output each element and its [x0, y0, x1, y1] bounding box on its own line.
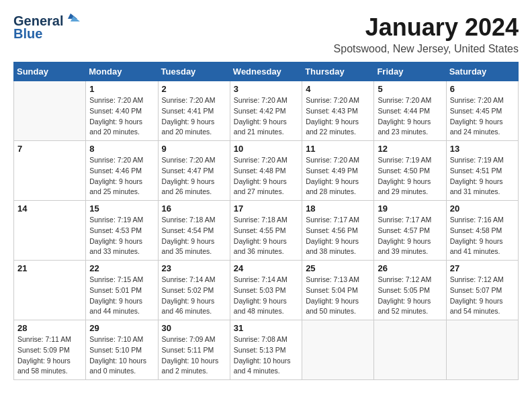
location: Spotswood, New Jersey, United States — [334, 43, 519, 55]
day-number: 27 — [450, 263, 515, 273]
table-row: 4Sunrise: 7:20 AMSunset: 4:43 PMDaylight… — [302, 81, 374, 141]
table-row: 14 — [14, 201, 86, 261]
logo-blue: Blue — [13, 26, 42, 42]
table-row: 10Sunrise: 7:20 AMSunset: 4:48 PMDayligh… — [230, 141, 302, 201]
week-row-2: 78Sunrise: 7:20 AMSunset: 4:46 PMDayligh… — [14, 141, 519, 201]
page-header: General Blue January 2024 Spotswood, New… — [13, 13, 519, 55]
day-number: 6 — [450, 84, 515, 94]
table-row: 30Sunrise: 7:09 AMSunset: 5:11 PMDayligh… — [158, 320, 230, 380]
week-row-4: 2122Sunrise: 7:15 AMSunset: 5:01 PMDayli… — [14, 261, 519, 320]
day-info: Sunrise: 7:18 AMSunset: 4:54 PMDaylight:… — [162, 215, 226, 257]
day-info: Sunrise: 7:14 AMSunset: 5:03 PMDaylight:… — [234, 275, 298, 317]
day-number: 4 — [306, 84, 370, 94]
day-number: 11 — [306, 144, 370, 154]
day-number: 30 — [162, 323, 226, 333]
day-number: 12 — [378, 144, 442, 154]
day-number: 19 — [378, 203, 442, 214]
header-saturday: Saturday — [446, 62, 518, 81]
day-number: 24 — [234, 263, 298, 273]
table-row: 31Sunrise: 7:08 AMSunset: 5:13 PMDayligh… — [230, 320, 302, 380]
day-number: 1 — [89, 84, 154, 94]
day-info: Sunrise: 7:20 AMSunset: 4:47 PMDaylight:… — [162, 155, 226, 197]
table-row: 17Sunrise: 7:18 AMSunset: 4:55 PMDayligh… — [230, 201, 302, 261]
table-row: 24Sunrise: 7:14 AMSunset: 5:03 PMDayligh… — [230, 261, 302, 320]
table-row: 28Sunrise: 7:11 AMSunset: 5:09 PMDayligh… — [14, 320, 86, 380]
day-info: Sunrise: 7:14 AMSunset: 5:02 PMDaylight:… — [162, 275, 226, 317]
day-number: 29 — [89, 323, 154, 333]
day-number: 9 — [162, 144, 226, 154]
table-row: 29Sunrise: 7:10 AMSunset: 5:10 PMDayligh… — [86, 320, 158, 380]
table-row: 26Sunrise: 7:12 AMSunset: 5:05 PMDayligh… — [374, 261, 446, 320]
day-info: Sunrise: 7:13 AMSunset: 5:04 PMDaylight:… — [306, 275, 370, 317]
table-row: 9Sunrise: 7:20 AMSunset: 4:47 PMDaylight… — [158, 141, 230, 201]
day-number: 17 — [234, 203, 298, 214]
day-number: 13 — [450, 144, 515, 154]
day-info: Sunrise: 7:12 AMSunset: 5:05 PMDaylight:… — [378, 275, 442, 317]
table-row: 18Sunrise: 7:17 AMSunset: 4:56 PMDayligh… — [302, 201, 374, 261]
table-row: 25Sunrise: 7:13 AMSunset: 5:04 PMDayligh… — [302, 261, 374, 320]
day-info: Sunrise: 7:20 AMSunset: 4:45 PMDaylight:… — [450, 95, 515, 138]
day-number: 18 — [306, 203, 370, 214]
header-friday: Friday — [374, 62, 446, 81]
table-row — [374, 320, 446, 380]
logo: General Blue — [13, 13, 80, 42]
table-row — [302, 320, 374, 380]
day-info: Sunrise: 7:20 AMSunset: 4:42 PMDaylight:… — [234, 95, 298, 138]
day-number: 10 — [234, 144, 298, 154]
day-number: 31 — [234, 323, 298, 333]
header-tuesday: Tuesday — [158, 62, 230, 81]
table-row: 20Sunrise: 7:16 AMSunset: 4:58 PMDayligh… — [446, 201, 518, 261]
header-monday: Monday — [86, 62, 158, 81]
table-row: 3Sunrise: 7:20 AMSunset: 4:42 PMDaylight… — [230, 81, 302, 141]
day-info: Sunrise: 7:11 AMSunset: 5:09 PMDaylight:… — [17, 334, 82, 377]
day-info: Sunrise: 7:17 AMSunset: 4:56 PMDaylight:… — [306, 215, 370, 257]
day-info: Sunrise: 7:19 AMSunset: 4:50 PMDaylight:… — [378, 155, 442, 197]
table-row: 13Sunrise: 7:19 AMSunset: 4:51 PMDayligh… — [446, 141, 518, 201]
day-number: 2 — [162, 84, 226, 94]
table-row: 15Sunrise: 7:19 AMSunset: 4:53 PMDayligh… — [86, 201, 158, 261]
table-row: 23Sunrise: 7:14 AMSunset: 5:02 PMDayligh… — [158, 261, 230, 320]
table-row — [14, 81, 86, 141]
table-row — [446, 320, 518, 380]
header-wednesday: Wednesday — [230, 62, 302, 81]
calendar-table: Sunday Monday Tuesday Wednesday Thursday… — [13, 62, 519, 380]
day-info: Sunrise: 7:19 AMSunset: 4:51 PMDaylight:… — [450, 155, 515, 197]
table-row: 19Sunrise: 7:17 AMSunset: 4:57 PMDayligh… — [374, 201, 446, 261]
day-info: Sunrise: 7:20 AMSunset: 4:41 PMDaylight:… — [162, 95, 226, 138]
day-info: Sunrise: 7:20 AMSunset: 4:43 PMDaylight:… — [306, 95, 370, 138]
table-row: 6Sunrise: 7:20 AMSunset: 4:45 PMDaylight… — [446, 81, 518, 141]
day-number: 28 — [17, 323, 82, 333]
day-number: 26 — [378, 263, 442, 273]
day-info: Sunrise: 7:19 AMSunset: 4:53 PMDaylight:… — [89, 215, 154, 257]
table-row: 7 — [14, 141, 86, 201]
day-info: Sunrise: 7:20 AMSunset: 4:40 PMDaylight:… — [89, 95, 154, 138]
table-row: 16Sunrise: 7:18 AMSunset: 4:54 PMDayligh… — [158, 201, 230, 261]
day-number: 22 — [89, 263, 154, 273]
day-info: Sunrise: 7:10 AMSunset: 5:10 PMDaylight:… — [89, 334, 154, 377]
week-row-1: 1Sunrise: 7:20 AMSunset: 4:40 PMDaylight… — [14, 81, 519, 141]
day-number: 3 — [234, 84, 298, 94]
month-title: January 2024 — [334, 13, 519, 42]
table-row: 27Sunrise: 7:12 AMSunset: 5:07 PMDayligh… — [446, 261, 518, 320]
logo-bird-icon — [65, 13, 80, 27]
day-number: 16 — [162, 203, 226, 214]
table-row: 11Sunrise: 7:20 AMSunset: 4:49 PMDayligh… — [302, 141, 374, 201]
day-number: 8 — [89, 144, 154, 154]
header-thursday: Thursday — [302, 62, 374, 81]
day-info: Sunrise: 7:16 AMSunset: 4:58 PMDaylight:… — [450, 215, 515, 257]
day-number: 21 — [17, 263, 82, 273]
day-info: Sunrise: 7:20 AMSunset: 4:48 PMDaylight:… — [234, 155, 298, 197]
table-row: 21 — [14, 261, 86, 320]
day-info: Sunrise: 7:20 AMSunset: 4:46 PMDaylight:… — [89, 155, 154, 197]
day-number: 15 — [89, 203, 154, 214]
table-row: 2Sunrise: 7:20 AMSunset: 4:41 PMDaylight… — [158, 81, 230, 141]
week-row-5: 28Sunrise: 7:11 AMSunset: 5:09 PMDayligh… — [14, 320, 519, 380]
day-number: 20 — [450, 203, 515, 214]
day-number: 7 — [17, 144, 82, 154]
header-sunday: Sunday — [14, 62, 86, 81]
day-info: Sunrise: 7:20 AMSunset: 4:49 PMDaylight:… — [306, 155, 370, 197]
day-info: Sunrise: 7:15 AMSunset: 5:01 PMDaylight:… — [89, 275, 154, 317]
day-number: 25 — [306, 263, 370, 273]
table-row: 5Sunrise: 7:20 AMSunset: 4:44 PMDaylight… — [374, 81, 446, 141]
table-row: 8Sunrise: 7:20 AMSunset: 4:46 PMDaylight… — [86, 141, 158, 201]
